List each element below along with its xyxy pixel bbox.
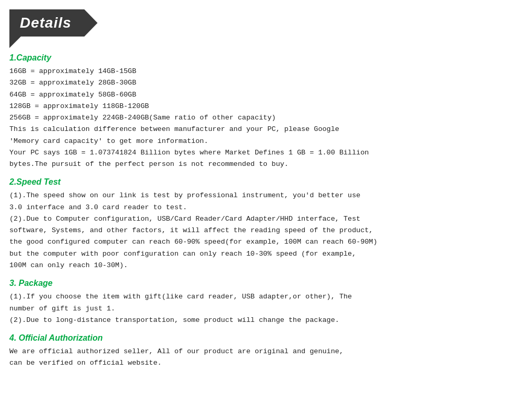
banner-triangle-decoration bbox=[9, 37, 21, 48]
heading-package: 3. Package bbox=[9, 279, 513, 288]
section-speed-test: 2.Speed Test(1).The speed show on our li… bbox=[9, 177, 513, 271]
sections-container: 1.Capacity16GB = approximately 14GB-15GB… bbox=[9, 53, 513, 369]
paragraph-official-authorization-0: We are official authorized seller, All o… bbox=[9, 346, 513, 369]
details-banner-bg: Details bbox=[9, 9, 98, 37]
details-banner-text: Details bbox=[20, 15, 72, 31]
section-capacity: 1.Capacity16GB = approximately 14GB-15GB… bbox=[9, 53, 513, 170]
heading-speed-test: 2.Speed Test bbox=[9, 177, 513, 187]
heading-official-authorization: 4. Official Authorization bbox=[9, 333, 513, 343]
paragraph-package-0: (1).If you choose the item with gift(lik… bbox=[9, 291, 513, 326]
section-official-authorization: 4. Official AuthorizationWe are official… bbox=[9, 333, 513, 369]
heading-capacity: 1.Capacity bbox=[9, 53, 513, 63]
paragraph-speed-test-0: (1).The speed show on our link is test b… bbox=[9, 190, 513, 271]
page-wrapper: Details 1.Capacity16GB = approximately 1… bbox=[0, 0, 522, 420]
section-package: 3. Package(1).If you choose the item wit… bbox=[9, 279, 513, 326]
details-banner: Details bbox=[9, 9, 98, 37]
paragraph-capacity-0: 16GB = approximately 14GB-15GB 32GB = ap… bbox=[9, 66, 513, 170]
